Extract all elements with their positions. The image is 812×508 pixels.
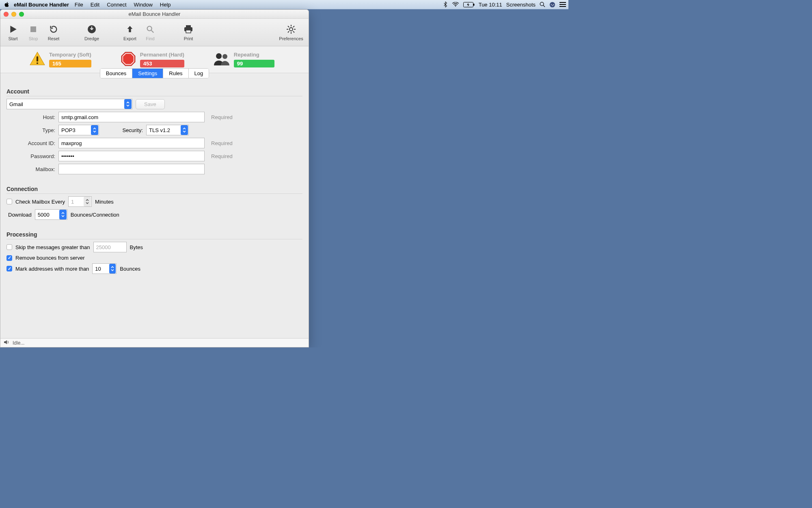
mark-threshold-select[interactable]: 10 <box>92 263 117 274</box>
preferences-button[interactable]: Preferences <box>277 24 305 41</box>
menu-window[interactable]: Window <box>134 2 153 8</box>
skip-messages-checkbox[interactable] <box>6 244 12 250</box>
check-interval-stepper[interactable]: 1 <box>68 196 92 207</box>
gear-icon <box>286 24 296 35</box>
status-text: Idle... <box>13 340 24 346</box>
macos-menubar: eMail Bounce Handler File Edit Connect W… <box>0 0 568 9</box>
check-mailbox-checkbox[interactable] <box>6 199 12 204</box>
account-id-required: Required <box>211 140 233 146</box>
svg-line-27 <box>293 26 294 27</box>
stop-sign-icon <box>120 50 137 69</box>
app-window: eMail Bounce Handler Start Stop Reset Dr… <box>0 9 309 347</box>
stat-permanent-label: Permanent (Hard) <box>140 52 184 58</box>
mailbox-input[interactable] <box>58 164 205 174</box>
stat-temporary-label: Temporary (Soft) <box>49 52 91 58</box>
password-input[interactable] <box>58 151 205 161</box>
password-label: Password: <box>6 153 55 159</box>
warning-icon <box>29 50 46 69</box>
svg-rect-2 <box>473 4 475 6</box>
type-select[interactable]: POP3 <box>58 125 99 135</box>
status-bar: Idle... <box>0 338 309 347</box>
siri-icon[interactable] <box>549 2 555 8</box>
svg-marker-30 <box>121 52 135 66</box>
find-button: Find <box>141 24 160 41</box>
menu-connect[interactable]: Connect <box>107 2 126 8</box>
svg-line-26 <box>288 31 289 33</box>
refresh-icon <box>49 24 58 35</box>
remove-bounces-checkbox[interactable] <box>6 255 12 261</box>
check-interval-unit: Minutes <box>95 199 114 205</box>
stop-button: Stop <box>24 24 43 41</box>
svg-rect-18 <box>186 30 191 33</box>
stat-repeating-label: Repeating <box>234 52 274 58</box>
volume-icon <box>4 340 10 346</box>
search-icon <box>146 24 155 35</box>
notification-center-icon[interactable] <box>559 2 566 7</box>
menubar-screenshots[interactable]: Screenshots <box>506 2 536 8</box>
tab-rules[interactable]: Rules <box>163 69 188 78</box>
download-count-select[interactable]: 5000 <box>35 209 67 220</box>
printer-icon <box>184 24 193 35</box>
account-id-label: Account ID: <box>6 140 55 146</box>
svg-line-25 <box>293 31 294 33</box>
account-id-input[interactable] <box>58 138 205 148</box>
stat-permanent: Permanent (Hard) 453 <box>120 50 184 69</box>
account-heading: Account <box>6 88 302 96</box>
battery-icon[interactable] <box>463 2 475 7</box>
check-mailbox-label: Check Mailbox Every <box>15 199 65 205</box>
svg-line-24 <box>288 26 289 27</box>
chevron-updown-icon <box>91 125 98 135</box>
download-unit: Bounces/Connection <box>71 212 119 218</box>
download-circle-icon <box>87 24 97 35</box>
stat-repeating: Repeating 99 <box>213 50 274 69</box>
security-select[interactable]: TLS v1.2 <box>146 125 189 135</box>
tab-bar: Bounces Settings Rules Log <box>0 68 309 78</box>
processing-heading: Processing <box>6 231 302 239</box>
mailbox-label: Mailbox: <box>6 166 55 172</box>
wifi-icon[interactable] <box>452 2 459 7</box>
skip-bytes-unit: Bytes <box>130 244 143 250</box>
export-button[interactable]: Export <box>121 24 139 41</box>
menubar-app-name[interactable]: eMail Bounce Handler <box>14 2 69 8</box>
svg-rect-28 <box>37 56 38 62</box>
start-button[interactable]: Start <box>4 24 22 41</box>
mark-threshold-unit: Bounces <box>120 266 140 272</box>
host-input[interactable] <box>58 112 205 122</box>
password-required: Required <box>211 153 233 159</box>
tab-log[interactable]: Log <box>188 69 209 78</box>
chevron-updown-icon <box>84 197 91 206</box>
dredge-button[interactable]: Dredge <box>82 24 101 41</box>
tab-bounces[interactable]: Bounces <box>100 69 132 78</box>
svg-line-15 <box>151 30 154 33</box>
remove-bounces-label: Remove bounces from server <box>15 255 85 261</box>
menu-edit[interactable]: Edit <box>91 2 99 8</box>
stat-temporary-value: 165 <box>49 60 91 67</box>
menu-help[interactable]: Help <box>160 2 171 8</box>
account-provider-select[interactable]: Gmail <box>6 99 132 109</box>
svg-point-14 <box>147 26 152 30</box>
stat-permanent-value: 453 <box>140 60 184 67</box>
print-button[interactable]: Print <box>179 24 198 41</box>
svg-rect-12 <box>30 26 36 32</box>
svg-point-3 <box>540 2 544 6</box>
security-label: Security: <box>102 127 143 133</box>
menu-file[interactable]: File <box>75 2 83 8</box>
mark-addresses-checkbox[interactable] <box>6 266 12 271</box>
save-button[interactable]: Save <box>136 99 165 109</box>
spotlight-icon[interactable] <box>540 2 545 7</box>
stop-icon <box>29 24 37 35</box>
skip-bytes-input[interactable] <box>93 242 127 252</box>
chevron-updown-icon <box>124 99 132 109</box>
chevron-updown-icon <box>59 210 67 219</box>
apple-menu-icon[interactable] <box>4 2 10 7</box>
settings-panel: Account Gmail Save Host: Required Type: … <box>0 82 309 338</box>
download-label: Download <box>8 212 32 218</box>
menubar-clock[interactable]: Tue 10:11 <box>479 2 502 8</box>
svg-line-4 <box>543 5 545 7</box>
tab-settings[interactable]: Settings <box>132 69 163 78</box>
titlebar[interactable]: eMail Bounce Handler <box>0 10 309 19</box>
bluetooth-icon[interactable] <box>443 2 448 7</box>
type-label: Type: <box>6 127 55 133</box>
reset-button[interactable]: Reset <box>44 24 63 41</box>
toolbar: Start Stop Reset Dredge Export Find Prin… <box>0 19 309 46</box>
